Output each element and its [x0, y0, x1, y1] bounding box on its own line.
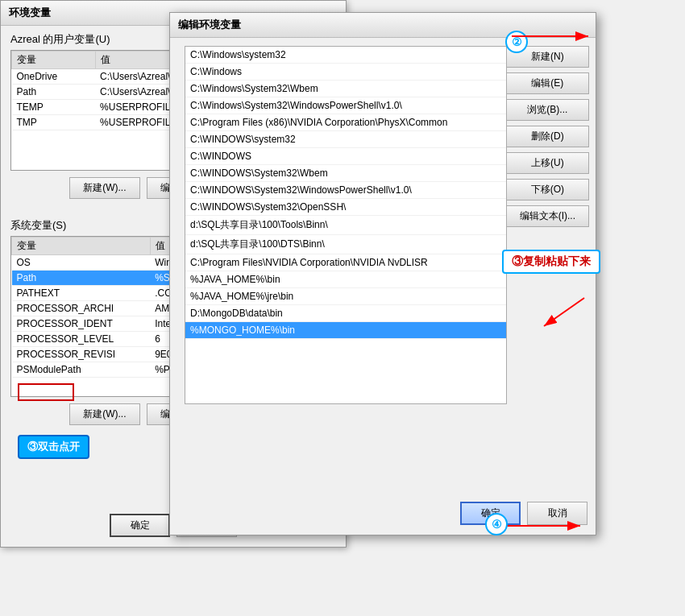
path-list-item[interactable]: C:\Windows\System32\Wbem	[185, 81, 506, 97]
user-var-name: Path	[12, 85, 96, 100]
sys-var-name: PROCESSOR_ARCHI	[12, 301, 151, 316]
sys-var-name: PROCESSOR_IDENT	[12, 316, 151, 332]
path-cancel-button[interactable]: 取消	[527, 502, 587, 525]
path-list-item[interactable]: C:\WINDOWS	[185, 148, 506, 165]
sys-var-name: PROCESSOR_REVISI	[12, 347, 151, 362]
sys-var-name: PATHEXT	[12, 286, 151, 301]
path-list-item[interactable]: C:\WINDOWS\System32\OpenSSH\	[185, 199, 506, 216]
path-list-item[interactable]: %JAVA_HOME%\bin	[185, 271, 506, 288]
path-list[interactable]: C:\Windows\system32C:\WindowsC:\Windows\…	[185, 46, 507, 404]
path-list-item[interactable]: C:\Windows	[185, 64, 506, 81]
new-user-var-button[interactable]: 新建(W)...	[69, 177, 139, 199]
user-var-name: OneDrive	[12, 69, 96, 85]
path-edit-button[interactable]: 编辑(E)	[506, 72, 589, 94]
path-delete-button[interactable]: 删除(D)	[506, 126, 589, 147]
user-var-col-name: 变量	[12, 52, 96, 69]
sys-var-name: PSModulePath	[12, 362, 151, 378]
path-list-item[interactable]: C:\WINDOWS\system32	[185, 131, 506, 148]
path-moveup-button[interactable]: 上移(U)	[506, 152, 589, 174]
path-list-item[interactable]: C:\Windows\system32	[185, 47, 506, 64]
path-right-buttons: 新建(N) 编辑(E) 浏览(B)... 删除(D) 上移(U) 下移(O) 编…	[500, 41, 596, 232]
path-new-button[interactable]: 新建(N)	[506, 46, 589, 68]
sys-var-name: PROCESSOR_LEVEL	[12, 332, 151, 347]
path-movedown-button[interactable]: 下移(O)	[506, 179, 589, 201]
path-list-item[interactable]: C:\Program Files (x86)\NVIDIA Corporatio…	[185, 114, 506, 131]
user-var-name: TMP	[12, 115, 96, 130]
path-dialog-title: 编辑环境变量	[170, 13, 596, 38]
sys-var-name: OS	[12, 255, 151, 271]
path-list-item[interactable]: %JAVA_HOME%\jre\bin	[185, 288, 506, 305]
path-list-item[interactable]: d:\SQL共享目录\100\Tools\Binn\	[185, 216, 506, 235]
path-ok-button[interactable]: 确定	[460, 502, 521, 525]
path-list-item[interactable]	[185, 322, 506, 339]
path-list-item[interactable]: C:\Program Files\NVIDIA Corporation\NVID…	[185, 254, 506, 271]
path-edit-dialog: 编辑环境变量 C:\Windows\system32C:\WindowsC:\W…	[169, 12, 596, 535]
path-edit-input[interactable]	[190, 325, 501, 336]
user-var-name: TEMP	[12, 100, 96, 115]
env-ok-button[interactable]: 确定	[110, 514, 170, 537]
path-edittext-button[interactable]: 编辑文本(I)...	[506, 205, 589, 227]
path-list-item[interactable]: C:\WINDOWS\System32\WindowsPowerShell\v1…	[185, 182, 506, 199]
path-list-item[interactable]: d:\SQL共享目录\100\DTS\Binn\	[185, 235, 506, 254]
path-list-item[interactable]: C:\Windows\System32\WindowsPowerShell\v1…	[185, 97, 506, 114]
path-list-item[interactable]: D:\MongoDB\data\bin	[185, 305, 506, 322]
new-sys-var-button[interactable]: 新建(W)...	[69, 403, 139, 425]
sys-var-name: Path	[12, 271, 151, 286]
path-list-item[interactable]: C:\WINDOWS\System32\Wbem	[185, 165, 506, 182]
sys-var-col-name: 变量	[12, 238, 151, 255]
path-bottom-buttons: 确定 取消	[460, 502, 587, 525]
path-browse-button[interactable]: 浏览(B)...	[506, 99, 589, 121]
